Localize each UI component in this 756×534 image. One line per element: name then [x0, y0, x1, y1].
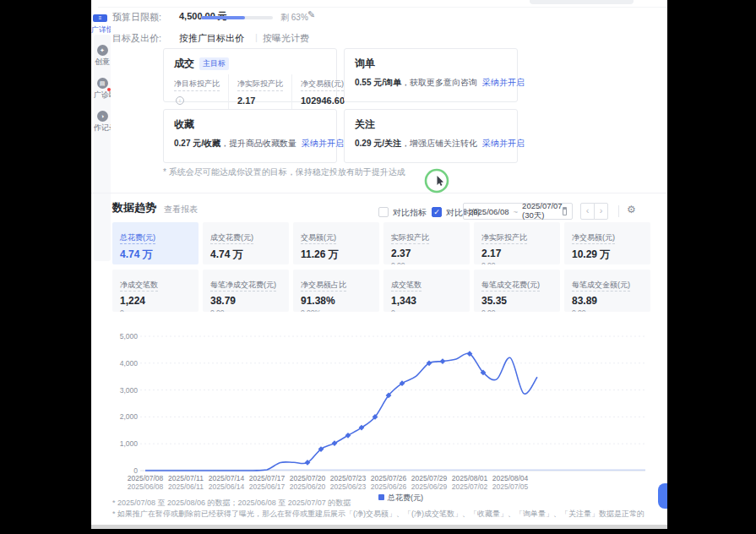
goal-metric-value: 2.17	[237, 95, 283, 106]
goal-card-1[interactable]: 成交主目标净目标投产比i2.45 ✎净实际投产比2.17净交易额(元)10294…	[163, 48, 337, 102]
metric-card-value: 2.17	[481, 248, 552, 259]
goal-card-4[interactable]: 关注0.29 元/关注，增强店铺关注转化采纳并开启	[344, 109, 518, 163]
metric-card-11[interactable]: 每笔成交花费(元)35.350.00	[474, 270, 560, 312]
metric-card-4[interactable]: 实际投产比2.370.00	[383, 222, 470, 264]
sidebar-items-panel: ✦创意▤广诊断◑作记录	[94, 35, 111, 261]
sidebar-item[interactable]: ◑作记录	[94, 101, 111, 134]
metric-card-9[interactable]: 净交易额占比91.38%0.00%	[293, 270, 379, 312]
goal-metric-label: 净交易额(元)	[301, 74, 345, 91]
svg-text:2025/07/20: 2025/07/20	[290, 474, 326, 482]
date-end: 2025/07/07 (30天)	[522, 201, 563, 221]
prev-period-button[interactable]: ‹	[580, 203, 595, 220]
metric-card-label-row: 成交笔数	[391, 275, 462, 292]
goal-card-title-text: 关注	[355, 118, 375, 130]
svg-text:2025/07/26: 2025/07/26	[371, 474, 407, 482]
gear-icon[interactable]: ⚙	[627, 204, 636, 215]
main-panel: ≡ 广详情 ✦创意▤广诊断◑作记录 预算日限额: 4,500.00 元 剩 63…	[91, 0, 667, 525]
svg-text:2025/06/29: 2025/06/29	[411, 482, 448, 491]
goal-card-title: 收藏	[174, 117, 194, 132]
footnote-disclaimer: * 如果推广在暂停或删除前已经获得了曝光，那么在暂停或重建后展示「(净)交易额」…	[112, 509, 645, 520]
goal-metric-label: 净目标投产比i	[174, 74, 220, 106]
metric-card-compare-value: 0.00	[572, 264, 643, 264]
metric-card-compare-value: 0.00	[481, 261, 552, 264]
click-indicator-ring	[422, 166, 453, 197]
metric-card-compare-value: 0.00	[210, 264, 281, 264]
tab-bid-by-impression[interactable]: 按曝光计费	[263, 32, 309, 45]
metric-card-label: 净交易额(元)	[572, 232, 615, 244]
metric-card-label-row: 每笔净成交花费(元)	[210, 275, 281, 292]
metric-card-label-row: 总花费(元)	[120, 228, 191, 244]
goal-card-desc-text: ，增强店铺关注转化	[401, 139, 477, 148]
goal-card-title: 询单	[355, 57, 375, 71]
metric-card-2[interactable]: 成交花费(元)4.74 万0.00	[203, 222, 289, 264]
goal-metric-label-text: 净目标投产比	[174, 79, 220, 91]
metric-card-label-row: 成交花费(元)	[210, 228, 281, 244]
metric-card-label-row: 净成交笔数	[120, 275, 191, 292]
metric-card-8[interactable]: 每笔净成交花费(元)38.790.00	[203, 270, 289, 312]
budget-label: 预算日限额:	[112, 11, 161, 24]
footnote-date-range: * 2025/07/08 至 2025/08/06 的数据；2025/06/08…	[112, 498, 351, 509]
goal-metric-label-text: 净实际投产比	[237, 79, 283, 91]
metric-card-1[interactable]: 总花费(元)4.74 万0.00	[112, 222, 199, 264]
svg-text:2,000: 2,000	[120, 412, 139, 421]
goal-card-price: 0.55 元/询单	[355, 78, 401, 87]
metric-card-compare-value: 0.00	[210, 308, 281, 312]
svg-text:2025/07/23: 2025/07/23	[330, 474, 367, 482]
metric-card-label-row: 交易额(元)	[301, 228, 372, 244]
history-icon: ◑	[97, 111, 108, 122]
svg-text:2025/06/11: 2025/06/11	[168, 482, 204, 491]
svg-text:2025/07/11: 2025/07/11	[168, 474, 204, 482]
metric-card-compare-value: 0.00	[301, 264, 372, 264]
compare-time-checkbox[interactable]: ✓	[432, 207, 442, 217]
date-range-picker[interactable]: 2025/06/08 ~ 2025/07/07 (30天)	[463, 203, 573, 220]
trend-line-chart[interactable]: 01,0002,0003,0004,0005,0002025/07/082025…	[112, 325, 650, 494]
svg-text:2025/07/08: 2025/07/08	[128, 474, 164, 482]
adopt-and-enable-link[interactable]: 采纳并开启	[302, 139, 344, 148]
budget-slider-fill	[201, 16, 245, 19]
budget-edit-pencil-icon[interactable]: ✎	[307, 9, 315, 20]
goal-card-desc: 0.55 元/询单，获取更多意向咨询采纳并开启	[355, 77, 525, 89]
compare-metric-checkbox[interactable]	[378, 207, 389, 217]
metric-card-5[interactable]: 净实际投产比2.170.00	[474, 222, 560, 264]
metric-card-value: 1,343	[391, 295, 462, 307]
metric-card-value: 35.35	[481, 295, 552, 307]
sidebar-active-badge[interactable]: ≡	[93, 14, 107, 22]
sidebar-item-label: 创意	[94, 57, 111, 68]
goal-card-2[interactable]: 询单0.55 元/询单，获取更多意向咨询采纳并开启	[344, 48, 518, 102]
svg-text:2025/07/05: 2025/07/05	[492, 482, 529, 491]
goal-card-title: 关注	[355, 117, 375, 132]
chart-legend[interactable]: 总花费(元)	[378, 493, 423, 504]
svg-text:2025/08/04: 2025/08/04	[492, 474, 529, 482]
metric-card-compare-value: 0.00	[391, 261, 462, 264]
metric-card-compare-value: 0.00	[572, 308, 643, 312]
svg-text:2025/06/20: 2025/06/20	[290, 482, 326, 491]
metric-card-3[interactable]: 交易额(元)11.26 万0.00	[293, 222, 379, 264]
view-report-link[interactable]: 查看报表	[164, 204, 198, 215]
next-period-button[interactable]: ›	[594, 203, 608, 220]
legend-label: 总花费(元)	[388, 493, 423, 502]
metric-card-value: 1,224	[120, 295, 191, 307]
metric-card-6[interactable]: 净交易额(元)10.29 万0.00	[564, 222, 650, 264]
metric-card-10[interactable]: 成交笔数1,3430	[383, 270, 470, 312]
metric-card-label: 成交笔数	[391, 280, 422, 292]
compare-metric-label[interactable]: 对比指标	[393, 207, 427, 219]
tab-bid-by-goal[interactable]: 按推广目标出价	[179, 32, 244, 45]
goal-card-3[interactable]: 收藏0.27 元/收藏，提升商品收藏数量采纳并开启	[163, 109, 337, 163]
svg-text:2025/06/26: 2025/06/26	[371, 482, 407, 491]
metric-card-label-row: 每笔成交花费(元)	[481, 275, 552, 292]
sidebar-item[interactable]: ▤广诊断	[94, 68, 111, 101]
svg-text:3,000: 3,000	[120, 386, 139, 395]
primary-goal-badge: 主目标	[199, 57, 229, 70]
sidebar-item[interactable]: ✦创意	[94, 35, 111, 68]
info-icon[interactable]: i	[176, 96, 184, 105]
metric-card-value: 38.79	[210, 295, 281, 307]
metric-card-7[interactable]: 净成交笔数1,2240	[112, 270, 199, 312]
budget-slider[interactable]	[201, 16, 273, 19]
adopt-and-enable-link[interactable]: 采纳并开启	[482, 78, 525, 87]
metric-card-compare-value: 0.00	[481, 308, 552, 312]
goal-card-desc-text: ，提升商品收藏数量	[220, 139, 296, 148]
metric-card-label: 实际投产比	[391, 232, 429, 244]
metric-card-12[interactable]: 每笔成交金额(元)83.890.00	[564, 270, 650, 312]
adopt-and-enable-link[interactable]: 采纳并开启	[482, 139, 525, 148]
floating-side-button[interactable]	[658, 483, 667, 509]
